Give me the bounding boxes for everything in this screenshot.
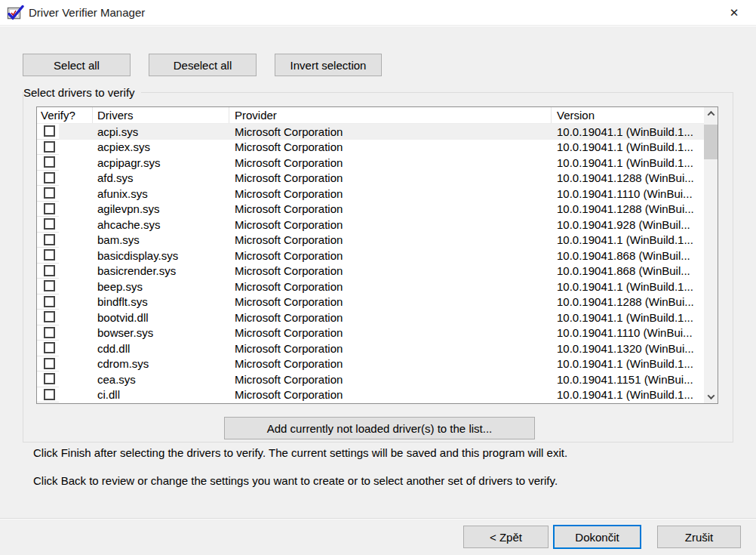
verify-checkbox[interactable]: [44, 296, 55, 307]
table-row[interactable]: ci.dll Microsoft Corporation 10.0.19041.…: [37, 387, 704, 403]
driver-table-body: acpi.sys Microsoft Corporation 10.0.1904…: [37, 124, 704, 403]
table-row[interactable]: acpipagr.sys Microsoft Corporation 10.0.…: [37, 155, 704, 171]
verify-checkbox[interactable]: [44, 389, 55, 400]
driver-provider: Microsoft Corporation: [229, 218, 552, 231]
verify-cell: [37, 217, 59, 233]
row-main[interactable]: agilevpn.sys Microsoft Corporation 10.0.…: [59, 202, 704, 217]
finish-button[interactable]: Dokončit: [553, 525, 641, 549]
verify-checkbox[interactable]: [44, 203, 55, 214]
verify-cell: [37, 264, 59, 279]
column-header-version[interactable]: Version: [552, 107, 704, 123]
driver-provider: Microsoft Corporation: [229, 342, 552, 355]
driver-version: 10.0.19041.868 (WinBuil...: [552, 264, 704, 277]
verify-checkbox[interactable]: [44, 141, 55, 153]
verify-checkbox[interactable]: [44, 280, 55, 291]
verify-checkbox[interactable]: [44, 249, 55, 261]
window-title: Driver Verifier Manager: [29, 6, 145, 19]
column-header-verify[interactable]: Verify?: [37, 107, 93, 123]
verify-checkbox[interactable]: [44, 265, 55, 276]
verify-checkbox[interactable]: [44, 218, 55, 230]
driver-name: ahcache.sys: [97, 218, 229, 231]
row-main[interactable]: acpi.sys Microsoft Corporation 10.0.1904…: [59, 124, 704, 140]
row-main[interactable]: bootvid.dll Microsoft Corporation 10.0.1…: [59, 310, 704, 325]
driver-name: bootvid.dll: [97, 311, 229, 324]
row-main[interactable]: ahcache.sys Microsoft Corporation 10.0.1…: [59, 217, 704, 233]
driver-version: 10.0.19041.1320 (WinBui...: [552, 342, 704, 355]
row-main[interactable]: afd.sys Microsoft Corporation 10.0.19041…: [59, 171, 704, 187]
driver-version: 10.0.19041.1 (WinBuild.1...: [552, 388, 704, 401]
row-main[interactable]: acpipagr.sys Microsoft Corporation 10.0.…: [59, 155, 704, 171]
driver-provider: Microsoft Corporation: [229, 249, 552, 262]
verify-checkbox[interactable]: [44, 172, 55, 183]
row-main[interactable]: cdd.dll Microsoft Corporation 10.0.19041…: [59, 341, 704, 356]
cancel-button[interactable]: Zrušit: [657, 526, 741, 548]
table-row[interactable]: afunix.sys Microsoft Corporation 10.0.19…: [37, 186, 704, 202]
table-row[interactable]: beep.sys Microsoft Corporation 10.0.1904…: [37, 279, 704, 294]
verify-checkbox[interactable]: [44, 311, 55, 322]
table-row[interactable]: bam.sys Microsoft Corporation 10.0.19041…: [37, 233, 704, 248]
driver-provider: Microsoft Corporation: [229, 140, 552, 153]
driver-name: bam.sys: [97, 233, 229, 246]
row-main[interactable]: acpiex.sys Microsoft Corporation 10.0.19…: [59, 140, 704, 156]
row-main[interactable]: afunix.sys Microsoft Corporation 10.0.19…: [59, 186, 704, 202]
table-row[interactable]: bowser.sys Microsoft Corporation 10.0.19…: [37, 325, 704, 341]
row-main[interactable]: bam.sys Microsoft Corporation 10.0.19041…: [59, 233, 704, 248]
driver-name: bindflt.sys: [97, 295, 229, 308]
row-main[interactable]: basicrender.sys Microsoft Corporation 10…: [59, 264, 704, 279]
driver-version: 10.0.19041.1 (WinBuild.1...: [552, 233, 704, 246]
verify-checkbox[interactable]: [44, 327, 55, 338]
driver-version: 10.0.19041.1 (WinBuild.1...: [552, 125, 704, 138]
table-row[interactable]: cdd.dll Microsoft Corporation 10.0.19041…: [37, 341, 704, 356]
select-all-button[interactable]: Select all: [23, 54, 131, 76]
row-main[interactable]: cdrom.sys Microsoft Corporation 10.0.190…: [59, 356, 704, 372]
scroll-up-button[interactable]: [704, 107, 718, 120]
verify-cell: [37, 387, 59, 403]
verify-checkbox[interactable]: [44, 234, 55, 245]
table-row[interactable]: bindflt.sys Microsoft Corporation 10.0.1…: [37, 294, 704, 310]
groupbox-label: Select drivers to verify: [23, 85, 141, 100]
invert-selection-button[interactable]: Invert selection: [275, 54, 382, 76]
table-row[interactable]: basicrender.sys Microsoft Corporation 10…: [37, 264, 704, 279]
table-row[interactable]: afd.sys Microsoft Corporation 10.0.19041…: [37, 171, 704, 187]
row-main[interactable]: ci.dll Microsoft Corporation 10.0.19041.…: [59, 387, 704, 403]
verify-cell: [37, 140, 59, 156]
scroll-down-button[interactable]: [704, 390, 718, 403]
driver-provider: Microsoft Corporation: [229, 326, 552, 339]
vertical-scrollbar[interactable]: [704, 107, 718, 403]
driver-version: 10.0.19041.1 (WinBuild.1...: [552, 357, 704, 370]
column-header-provider[interactable]: Provider: [229, 107, 552, 123]
driver-name: basicrender.sys: [97, 264, 229, 277]
row-main[interactable]: beep.sys Microsoft Corporation 10.0.1904…: [59, 279, 704, 294]
driver-provider: Microsoft Corporation: [229, 233, 552, 246]
add-unloaded-drivers-button[interactable]: Add currently not loaded driver(s) to th…: [224, 417, 535, 439]
scrollbar-thumb[interactable]: [704, 125, 718, 159]
row-main[interactable]: basicdisplay.sys Microsoft Corporation 1…: [59, 248, 704, 264]
verify-checkbox[interactable]: [44, 373, 55, 384]
table-row[interactable]: cdrom.sys Microsoft Corporation 10.0.190…: [37, 356, 704, 372]
driver-provider: Microsoft Corporation: [229, 202, 552, 215]
row-main[interactable]: bowser.sys Microsoft Corporation 10.0.19…: [59, 325, 704, 341]
table-row[interactable]: bootvid.dll Microsoft Corporation 10.0.1…: [37, 310, 704, 325]
verify-checkbox[interactable]: [44, 187, 55, 199]
table-row[interactable]: agilevpn.sys Microsoft Corporation 10.0.…: [37, 202, 704, 217]
column-header-drivers[interactable]: Drivers: [93, 107, 229, 123]
table-row[interactable]: ahcache.sys Microsoft Corporation 10.0.1…: [37, 217, 704, 233]
verify-checkbox[interactable]: [44, 342, 55, 353]
deselect-all-button[interactable]: Deselect all: [149, 54, 257, 76]
driver-name: acpi.sys: [97, 125, 229, 138]
verify-checkbox[interactable]: [44, 125, 55, 137]
finish-instruction-text: Click Finish after selecting the drivers…: [33, 446, 567, 459]
driver-list-content: Verify? Drivers Provider Version acpi.sy…: [37, 107, 704, 403]
verify-checkbox[interactable]: [44, 358, 55, 369]
table-row[interactable]: acpi.sys Microsoft Corporation 10.0.1904…: [37, 124, 704, 140]
back-button[interactable]: < Zpět: [463, 526, 549, 548]
row-main[interactable]: cea.sys Microsoft Corporation 10.0.19041…: [59, 372, 704, 387]
row-main[interactable]: bindflt.sys Microsoft Corporation 10.0.1…: [59, 294, 704, 310]
table-row[interactable]: basicdisplay.sys Microsoft Corporation 1…: [37, 248, 704, 264]
verify-cell: [37, 248, 59, 264]
table-row[interactable]: acpiex.sys Microsoft Corporation 10.0.19…: [37, 140, 704, 156]
table-row[interactable]: cea.sys Microsoft Corporation 10.0.19041…: [37, 372, 704, 387]
driver-version: 10.0.19041.868 (WinBuil...: [552, 249, 704, 262]
verify-checkbox[interactable]: [44, 156, 55, 168]
close-icon[interactable]: ✕: [723, 3, 745, 23]
